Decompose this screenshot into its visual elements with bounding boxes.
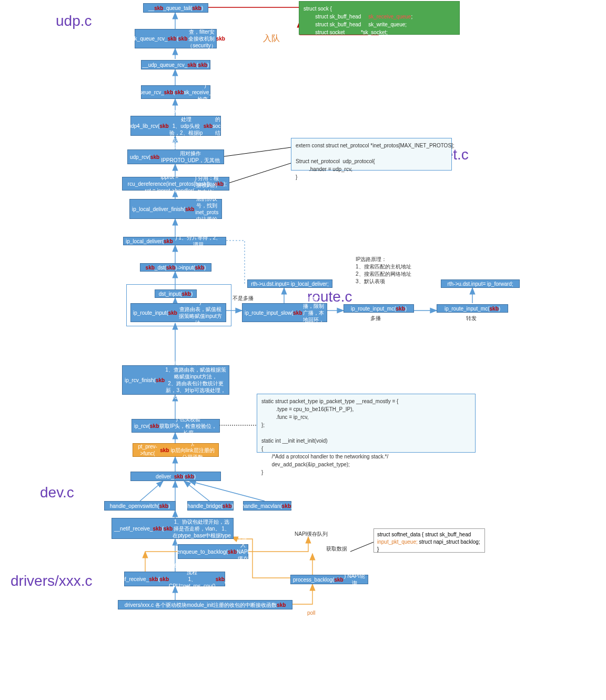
- node-dst-input: dst_input(skb): [155, 289, 197, 298]
- node-skb-queue-tail: __skb_queue_tail(skb): [143, 3, 208, 13]
- label-get-data: 获取数据: [326, 545, 347, 553]
- node-drivers-module-init: drivers/xxx.c 各个驱动模块module_init注册的收包的中断接…: [118, 600, 292, 609]
- node-ip-rcv-finish: ip_rcv_finish(skb)包接收时对路由检查1、查路由表，赋值根据策略…: [122, 365, 229, 395]
- node-skb-dst-input: skb_dst(skb)->input(skb): [140, 263, 211, 272]
- label-napi-queue: NAPI缓存队列: [295, 531, 328, 538]
- node-udp-rcv: udp_rcv(skb) udp层收包接口，直接调用对操作IPPROTO_UDP…: [127, 149, 224, 164]
- node-ip-local-deliver-finish: ip_local_deliver_finish(skb) 分用：根据收到的包中的…: [129, 199, 222, 219]
- node-netif-receive-skb: netif_receive_skb(skb)传统的接收数据包流程1、CPU=ge…: [124, 572, 225, 586]
- section-label-dev: dev.c: [40, 484, 74, 501]
- label-not-multicast: 不是多播: [233, 295, 254, 302]
- node-rth-ip-local-deliver: rth->u.dst.input= ip_local_deliver;: [247, 279, 332, 288]
- svg-line-33: [228, 163, 291, 183]
- svg-line-18: [189, 481, 265, 501]
- label-multicast: 多播: [370, 315, 381, 322]
- label-poll: poll: [307, 609, 316, 617]
- svg-line-32: [221, 147, 291, 157]
- svg-line-34: [350, 542, 373, 552]
- node-ip-local-deliver: ip_local_deliver(skb) 1、分片等待，2、调用: [123, 237, 226, 245]
- node-handle-bridge: handle_bridge(skb): [187, 501, 234, 511]
- node-rth-ip-forward: rth->u.dst.input= ip_forward;: [441, 279, 520, 288]
- node-ip-route-input-slow: ip_route_input_slow(skb)检查广播，限制广播，本地回环，直…: [242, 303, 327, 322]
- node-deliver-skb: deliver_skb(skb): [130, 472, 221, 481]
- node-netif-receive-skb-internal: __netif_receive_skb(skb)1、协议包处理开始，选择是否走桥…: [112, 518, 234, 539]
- node-udp4-lib-rcv: udp4_lib_rcv(skb) 可对UPD,UDPLITE处理1、udp头校…: [130, 116, 221, 136]
- node-pt-prev-func: pt_prev->func(skb),ip层向link层注册的分用函数: [133, 443, 219, 457]
- connector-layer: [0, 0, 606, 700]
- diagram-canvas: udp.c af_inet.c route.c af_inet.c dev.c …: [0, 0, 606, 700]
- label-forward: 转发: [466, 315, 477, 322]
- node-enqueue-to-backlog: enqueue_to_backlog(skb) 放入NAPI缓存队列: [178, 544, 248, 559]
- node-ip-rcv: ip_rcv(skb) 包头校验获取IP头，检查校验位，长度: [132, 419, 220, 433]
- node-udp-queue-rcv-skb-dbl: __udp_queue_rcv_skb(skb): [141, 60, 210, 69]
- svg-line-16: [140, 481, 163, 501]
- ip-route-note: IP选路原理： 1、搜索匹配的主机地址 2、搜索匹配的网络地址 3、默认表项: [356, 256, 411, 285]
- codebox-struct-sock: struct sock { struct sk_buff_head sk_rec…: [299, 1, 460, 35]
- node-udp-queue-rcv-skb: udp_queue_rcv_skb(skb)sk_receive_queue检查…: [141, 85, 210, 99]
- node-handle-openvswitch: handle_openvswitch(skb): [104, 501, 176, 511]
- node-ip-route-input: ip_route_input(skb)查路由表，赋值根据策略赋值input方法，: [130, 303, 226, 322]
- codebox-inet-protos: extern const struct net_protocol *inet_p…: [291, 138, 452, 171]
- note-softnet-data: struct softnet_data { struct sk_buff_hea…: [373, 528, 485, 553]
- section-label-drivers: drivers/xxx.c: [11, 573, 93, 589]
- section-label-udp: udp.c: [56, 13, 92, 29]
- node-handle-macvlan: handle_macvlan(skb): [243, 501, 291, 511]
- node-ip-route-input-mc-1: ip_route_input_mc(skb): [344, 304, 414, 313]
- codebox-ip-packet-type: static struct packet_type ip_packet_type…: [257, 394, 476, 453]
- svg-line-17: [184, 481, 209, 501]
- node-process-backlog: process_backlog(skb) NAPI轮询: [290, 575, 368, 584]
- enqueue-label: 入队: [263, 33, 280, 44]
- node-sock-queue-rcv-skb: sock_queue_rcv_skb(skb)1、sock检查，filter安全…: [135, 29, 217, 48]
- node-ip-route-input-mc-2: ip_route_input_mc(skb): [437, 304, 508, 313]
